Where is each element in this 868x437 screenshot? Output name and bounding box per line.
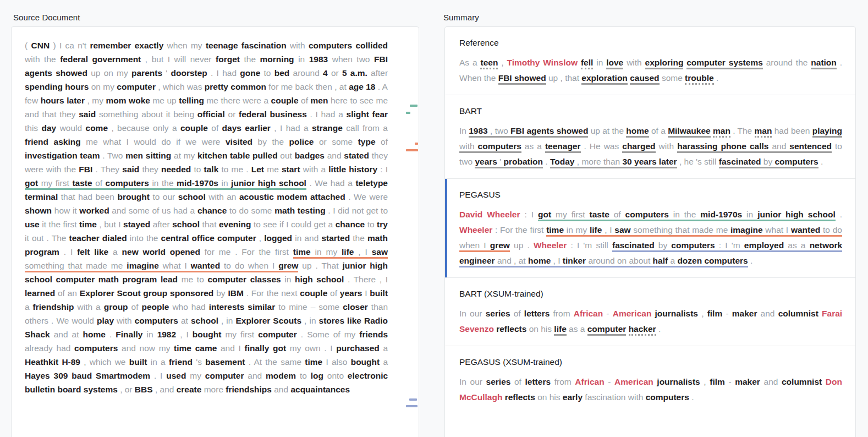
- token[interactable]: and: [327, 151, 342, 160]
- token[interactable]: purchased: [336, 343, 379, 353]
- token[interactable]: something that made me: [633, 225, 728, 237]
- token[interactable]: stated: [344, 151, 369, 160]
- token[interactable]: couple: [300, 288, 327, 298]
- token[interactable]: computer: [258, 330, 297, 339]
- token[interactable]: in my: [315, 247, 338, 259]
- token[interactable]: play: [97, 316, 114, 325]
- token[interactable]: love: [606, 58, 623, 69]
- token[interactable]: up .: [514, 241, 530, 250]
- token[interactable]: with an: [208, 192, 236, 201]
- token[interactable]: home: [83, 330, 106, 339]
- token[interactable]: -: [728, 377, 731, 386]
- token[interactable]: little history: [328, 165, 377, 174]
- token[interactable]: and: [761, 309, 775, 318]
- token[interactable]: time came: [174, 343, 217, 353]
- token[interactable]: . I had: [211, 68, 237, 78]
- token[interactable]: .: [750, 256, 752, 265]
- token[interactable]: or some: [319, 137, 353, 146]
- token[interactable]: Wheeler: [459, 225, 492, 234]
- token[interactable]: morning: [260, 54, 294, 64]
- token[interactable]: of: [95, 178, 102, 190]
- token[interactable]: wanted: [191, 261, 220, 272]
- token[interactable]: and I: [221, 343, 241, 353]
- token[interactable]: , more than: [577, 157, 620, 168]
- token[interactable]: new world opened: [122, 247, 200, 256]
- token[interactable]: years: [475, 157, 497, 168]
- token[interactable]: my first: [556, 210, 585, 221]
- token[interactable]: they: [142, 165, 158, 174]
- token[interactable]: charged: [622, 141, 655, 153]
- token[interactable]: school: [172, 220, 200, 229]
- token[interactable]: imagine: [127, 261, 159, 272]
- token[interactable]: in: [746, 210, 753, 221]
- token[interactable]: In our: [459, 377, 482, 386]
- token[interactable]: Let: [251, 165, 264, 174]
- token[interactable]: built: [129, 357, 147, 367]
- token[interactable]: Explorer Scouts: [235, 316, 301, 325]
- token[interactable]: type: [358, 137, 376, 146]
- token[interactable]: friend asking: [25, 137, 81, 146]
- token[interactable]: taste: [72, 178, 92, 190]
- token[interactable]: hacker: [629, 324, 656, 336]
- token[interactable]: badges: [295, 151, 325, 160]
- token[interactable]: . At the same: [249, 357, 301, 367]
- token[interactable]: caused: [630, 73, 659, 85]
- token[interactable]: ) I ca n't: [53, 41, 86, 50]
- token[interactable]: friendship: [33, 302, 74, 312]
- token[interactable]: acquaintances: [290, 385, 350, 394]
- token[interactable]: series: [486, 377, 511, 386]
- token[interactable]: interests similar: [209, 302, 276, 312]
- token[interactable]: of: [301, 96, 308, 105]
- token[interactable]: of: [614, 210, 621, 221]
- token[interactable]: series: [486, 309, 510, 318]
- token[interactable]: with a: [78, 302, 101, 312]
- token[interactable]: mid-1970s: [177, 178, 218, 190]
- token[interactable]: in the: [673, 210, 696, 221]
- token[interactable]: I: [365, 288, 367, 298]
- token[interactable]: journalists: [655, 309, 698, 318]
- token[interactable]: , but I: [99, 220, 120, 229]
- token[interactable]: days earlier: [222, 123, 271, 133]
- token[interactable]: time: [79, 220, 97, 229]
- token[interactable]: friends: [359, 330, 388, 339]
- token[interactable]: onto: [327, 371, 344, 380]
- token[interactable]: at my: [174, 151, 195, 160]
- token[interactable]: computers: [135, 316, 178, 325]
- token[interactable]: .: [545, 157, 547, 166]
- token[interactable]: in my: [567, 225, 587, 237]
- token[interactable]: computer: [205, 371, 244, 380]
- token[interactable]: already had: [25, 343, 70, 353]
- token[interactable]: columnist: [782, 377, 822, 386]
- token[interactable]: log: [311, 371, 323, 380]
- token[interactable]: slight fear: [347, 110, 388, 119]
- token[interactable]: what I: [765, 225, 788, 237]
- token[interactable]: a: [383, 343, 388, 353]
- token[interactable]: of a: [651, 126, 666, 135]
- token[interactable]: 1982: [157, 330, 176, 339]
- token[interactable]: computer classes: [207, 275, 281, 284]
- token[interactable]: -: [606, 309, 609, 318]
- token[interactable]: how it: [54, 206, 77, 215]
- token[interactable]: come: [86, 123, 108, 133]
- token[interactable]: .: [658, 324, 661, 334]
- token[interactable]: . He was: [584, 141, 619, 151]
- token[interactable]: my own . I: [290, 343, 333, 353]
- token[interactable]: trouble: [685, 73, 714, 85]
- token[interactable]: as a: [569, 324, 585, 334]
- token[interactable]: early: [563, 392, 583, 402]
- token[interactable]: Heathkit H-89: [25, 357, 80, 367]
- token[interactable]: FBI: [79, 165, 92, 174]
- token[interactable]: or: [228, 110, 236, 119]
- token[interactable]: use: [25, 220, 40, 229]
- token[interactable]: Finally: [116, 330, 142, 339]
- token[interactable]: group: [104, 302, 128, 312]
- token[interactable]: of: [330, 288, 337, 298]
- token[interactable]: fell: [581, 58, 593, 69]
- token[interactable]: junior high school: [231, 178, 306, 190]
- token[interactable]: age 18: [349, 82, 375, 91]
- token[interactable]: , I: [605, 225, 612, 237]
- token[interactable]: to our: [152, 192, 175, 201]
- token[interactable]: dozen computers: [677, 256, 748, 267]
- token[interactable]: to see if I could get a: [254, 220, 333, 229]
- token[interactable]: forget: [216, 54, 240, 64]
